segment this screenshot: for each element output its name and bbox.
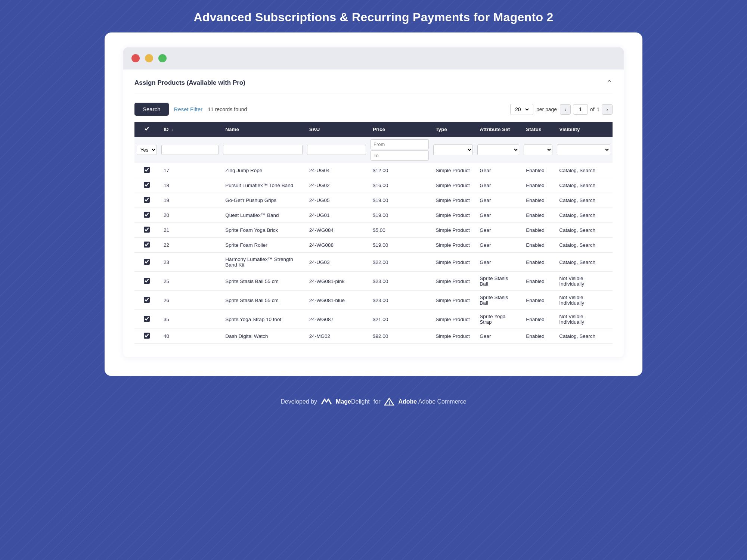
row-price: $16.00 xyxy=(368,178,431,193)
select-all-checkbox[interactable] xyxy=(144,126,150,132)
per-page-select[interactable]: 20 50 100 xyxy=(510,104,533,115)
filter-sku-input[interactable] xyxy=(307,145,366,155)
inner-card: Assign Products (Available with Pro) ⌃ S… xyxy=(123,47,624,357)
row-visibility: Catalog, Search xyxy=(555,329,613,344)
row-status: Enabled xyxy=(521,163,555,178)
adobe-logo-icon xyxy=(384,398,394,406)
filter-type-dropdown[interactable]: Simple Product xyxy=(433,144,473,155)
col-checkbox[interactable] xyxy=(134,122,159,137)
products-table: ID ↓ Name SKU Price Type Attribute Set S… xyxy=(134,122,613,344)
col-id[interactable]: ID ↓ xyxy=(159,122,221,137)
row-attribute-set: Gear xyxy=(475,193,521,208)
row-checkbox-cell[interactable] xyxy=(134,329,159,344)
filter-name-input[interactable] xyxy=(223,145,303,155)
row-sku: 24-UG05 xyxy=(305,193,368,208)
table-row: 25 Sprite Stasis Ball 55 cm 24-WG081-pin… xyxy=(134,272,613,291)
col-attribute-set[interactable]: Attribute Set xyxy=(475,122,521,137)
footer-commerce-text: Adobe Commerce xyxy=(418,398,467,405)
section-toggle-button[interactable]: ⌃ xyxy=(606,78,613,87)
row-checkbox[interactable] xyxy=(144,278,150,284)
row-checkbox[interactable] xyxy=(144,227,150,233)
row-status: Enabled xyxy=(521,208,555,223)
row-checkbox[interactable] xyxy=(144,242,150,248)
filter-id-cell[interactable] xyxy=(159,137,221,163)
minimize-dot[interactable] xyxy=(145,54,153,62)
row-status: Enabled xyxy=(521,238,555,253)
row-checkbox-cell[interactable] xyxy=(134,193,159,208)
filter-name-cell[interactable] xyxy=(221,137,305,163)
row-price: $5.00 xyxy=(368,223,431,238)
row-name: Dash Digital Watch xyxy=(221,329,305,344)
per-page-dropdown[interactable]: 20 50 100 xyxy=(514,106,530,113)
page-number-input[interactable] xyxy=(573,104,588,115)
row-checkbox-cell[interactable] xyxy=(134,208,159,223)
id-sort-icon: ↓ xyxy=(171,127,174,132)
row-checkbox[interactable] xyxy=(144,212,150,218)
row-checkbox[interactable] xyxy=(144,259,150,265)
row-checkbox[interactable] xyxy=(144,182,150,188)
filter-price-cell[interactable] xyxy=(368,137,431,163)
row-checkbox-cell[interactable] xyxy=(134,310,159,329)
col-name[interactable]: Name xyxy=(221,122,305,137)
row-checkbox-cell[interactable] xyxy=(134,223,159,238)
filter-status-dropdown[interactable]: Enabled Disabled xyxy=(524,144,552,155)
filter-attribute-cell[interactable]: Gear xyxy=(475,137,521,163)
filter-attribute-dropdown[interactable]: Gear xyxy=(477,144,519,155)
table-row: 40 Dash Digital Watch 24-MG02 $92.00 Sim… xyxy=(134,329,613,344)
row-checkbox[interactable] xyxy=(144,297,150,303)
row-name: Sprite Stasis Ball 55 cm xyxy=(221,291,305,310)
row-name: Quest Lumaflex™ Band xyxy=(221,208,305,223)
content-area: Assign Products (Available with Pro) ⌃ S… xyxy=(123,69,624,357)
row-sku: 24-MG02 xyxy=(305,329,368,344)
reset-filter-button[interactable]: Reset Filter xyxy=(174,106,203,112)
filter-visibility-dropdown[interactable]: Catalog, Search Not Visible Individually xyxy=(557,144,610,155)
row-checkbox-cell[interactable] xyxy=(134,291,159,310)
row-checkbox[interactable] xyxy=(144,197,150,203)
filter-price-from-input[interactable] xyxy=(371,139,429,149)
maximize-dot[interactable] xyxy=(158,54,167,62)
outer-card: Assign Products (Available with Pro) ⌃ S… xyxy=(105,32,642,376)
row-sku: 24-WG084 xyxy=(305,223,368,238)
row-id: 40 xyxy=(159,329,221,344)
row-price: $19.00 xyxy=(368,208,431,223)
row-checkbox-cell[interactable] xyxy=(134,163,159,178)
row-type: Simple Product xyxy=(431,223,475,238)
filter-price-to-input[interactable] xyxy=(371,150,429,161)
row-checkbox-cell[interactable] xyxy=(134,238,159,253)
row-visibility: Catalog, Search xyxy=(555,238,613,253)
filter-id-input[interactable] xyxy=(161,145,218,155)
col-sku[interactable]: SKU xyxy=(305,122,368,137)
row-checkbox[interactable] xyxy=(144,316,150,322)
filter-selected-dropdown[interactable]: Yes No xyxy=(137,145,157,155)
table-row: 22 Sprite Foam Roller 24-WG088 $19.00 Si… xyxy=(134,238,613,253)
filter-type-cell[interactable]: Simple Product xyxy=(431,137,475,163)
row-name: Sprite Foam Roller xyxy=(221,238,305,253)
search-button[interactable]: Search xyxy=(134,103,169,116)
price-filter-inputs xyxy=(371,139,429,161)
next-page-button[interactable]: › xyxy=(602,104,613,115)
row-checkbox[interactable] xyxy=(144,333,150,339)
row-type: Simple Product xyxy=(431,178,475,193)
prev-page-button[interactable]: ‹ xyxy=(560,104,571,115)
close-dot[interactable] xyxy=(131,54,140,62)
row-attribute-set: Gear xyxy=(475,178,521,193)
row-type: Simple Product xyxy=(431,238,475,253)
col-type[interactable]: Type xyxy=(431,122,475,137)
row-checkbox-cell[interactable] xyxy=(134,253,159,272)
row-checkbox-cell[interactable] xyxy=(134,178,159,193)
filter-visibility-cell[interactable]: Catalog, Search Not Visible Individually xyxy=(555,137,613,163)
filter-status-cell[interactable]: Enabled Disabled xyxy=(521,137,555,163)
page-total: 1 xyxy=(597,106,600,112)
row-checkbox-cell[interactable] xyxy=(134,272,159,291)
row-checkbox[interactable] xyxy=(144,167,150,173)
filter-select-wrap[interactable]: Yes No xyxy=(134,137,159,163)
row-price: $21.00 xyxy=(368,310,431,329)
col-price[interactable]: Price xyxy=(368,122,431,137)
filter-sku-cell[interactable] xyxy=(305,137,368,163)
col-status[interactable]: Status xyxy=(521,122,555,137)
col-visibility[interactable]: Visibility xyxy=(555,122,613,137)
row-visibility: Catalog, Search xyxy=(555,178,613,193)
footer-brand-mage: Mage xyxy=(336,398,351,405)
table-row: 17 Zing Jump Rope 24-UG04 $12.00 Simple … xyxy=(134,163,613,178)
row-price: $92.00 xyxy=(368,329,431,344)
